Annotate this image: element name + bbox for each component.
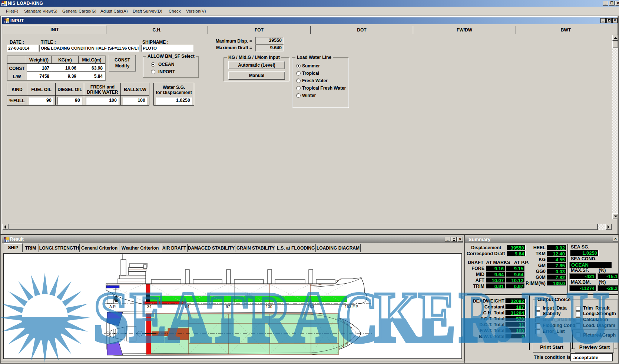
svg-text:A.P.: A.P. bbox=[109, 304, 116, 309]
svg-text:130: 130 bbox=[266, 304, 272, 309]
svg-text:97: 97 bbox=[226, 304, 230, 309]
svg-text:64: 64 bbox=[185, 304, 189, 309]
svg-text:163: 163 bbox=[308, 304, 314, 309]
svg-text:193: 193 bbox=[345, 304, 351, 309]
svg-text:34: 34 bbox=[147, 304, 152, 309]
svg-text:F.P.: F.P. bbox=[352, 304, 359, 309]
